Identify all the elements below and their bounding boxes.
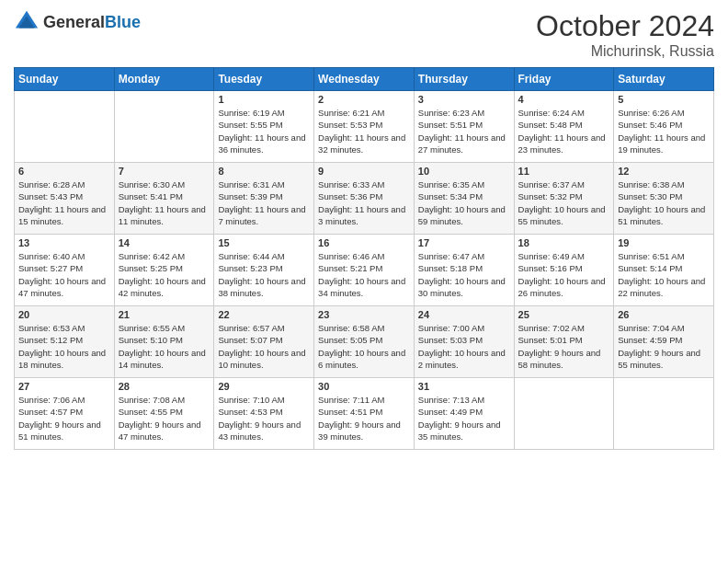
logo-text: GeneralBlue (43, 13, 141, 32)
day-info: Sunrise: 6:37 AMSunset: 5:32 PMDaylight:… (518, 178, 610, 227)
day-number: 19 (618, 237, 710, 248)
logo-icon (14, 9, 40, 35)
week-row-3: 20Sunrise: 6:53 AMSunset: 5:12 PMDayligh… (15, 306, 714, 378)
col-thursday: Thursday (414, 68, 514, 91)
cell-1-2: 8Sunrise: 6:31 AMSunset: 5:39 PMDaylight… (214, 163, 314, 235)
day-number: 18 (518, 237, 610, 248)
day-info: Sunrise: 6:44 AMSunset: 5:23 PMDaylight:… (218, 250, 310, 299)
cell-3-5: 25Sunrise: 7:02 AMSunset: 5:01 PMDayligh… (514, 306, 614, 378)
day-info: Sunrise: 6:58 AMSunset: 5:05 PMDaylight:… (318, 322, 410, 371)
day-info: Sunrise: 6:53 AMSunset: 5:12 PMDaylight:… (18, 322, 110, 371)
day-info: Sunrise: 6:21 AMSunset: 5:53 PMDaylight:… (318, 107, 410, 155)
cell-0-6: 5Sunrise: 6:26 AMSunset: 5:46 PMDaylight… (614, 91, 714, 163)
header: GeneralBlue October 2024 Michurinsk, Rus… (14, 9, 714, 60)
day-info: Sunrise: 7:11 AMSunset: 4:51 PMDaylight:… (318, 394, 410, 442)
day-number: 4 (518, 94, 610, 105)
cell-4-6 (614, 378, 714, 450)
day-number: 15 (218, 237, 310, 248)
col-sunday: Sunday (15, 68, 115, 91)
day-number: 22 (218, 309, 310, 320)
day-info: Sunrise: 7:08 AMSunset: 4:55 PMDaylight:… (119, 394, 210, 442)
day-number: 26 (618, 309, 710, 320)
cell-1-1: 7Sunrise: 6:30 AMSunset: 5:41 PMDaylight… (114, 163, 214, 235)
cell-2-1: 14Sunrise: 6:42 AMSunset: 5:25 PMDayligh… (114, 235, 214, 306)
cell-4-2: 29Sunrise: 7:10 AMSunset: 4:53 PMDayligh… (214, 378, 314, 450)
day-info: Sunrise: 6:51 AMSunset: 5:14 PMDaylight:… (618, 250, 710, 299)
day-number: 24 (418, 309, 510, 320)
day-number: 8 (218, 166, 310, 177)
calendar-header: Sunday Monday Tuesday Wednesday Thursday… (15, 68, 714, 91)
day-info: Sunrise: 6:28 AMSunset: 5:43 PMDaylight:… (18, 178, 110, 227)
cell-4-1: 28Sunrise: 7:08 AMSunset: 4:55 PMDayligh… (114, 378, 214, 450)
day-number: 31 (418, 381, 510, 392)
day-number: 25 (518, 309, 610, 320)
day-number: 11 (518, 166, 610, 177)
day-info: Sunrise: 6:26 AMSunset: 5:46 PMDaylight:… (618, 107, 710, 155)
day-info: Sunrise: 6:57 AMSunset: 5:07 PMDaylight:… (218, 322, 310, 371)
cell-4-3: 30Sunrise: 7:11 AMSunset: 4:51 PMDayligh… (314, 378, 415, 450)
col-saturday: Saturday (614, 68, 714, 91)
day-info: Sunrise: 6:46 AMSunset: 5:21 PMDaylight:… (318, 250, 410, 299)
col-monday: Monday (114, 68, 214, 91)
cell-1-5: 11Sunrise: 6:37 AMSunset: 5:32 PMDayligh… (514, 163, 614, 235)
day-info: Sunrise: 6:49 AMSunset: 5:16 PMDaylight:… (518, 250, 610, 299)
day-number: 5 (618, 94, 710, 105)
cell-0-4: 3Sunrise: 6:23 AMSunset: 5:51 PMDaylight… (414, 91, 514, 163)
day-info: Sunrise: 6:35 AMSunset: 5:34 PMDaylight:… (418, 178, 510, 227)
cell-0-3: 2Sunrise: 6:21 AMSunset: 5:53 PMDaylight… (314, 91, 415, 163)
day-info: Sunrise: 6:24 AMSunset: 5:48 PMDaylight:… (518, 107, 610, 155)
cell-3-4: 24Sunrise: 7:00 AMSunset: 5:03 PMDayligh… (414, 306, 514, 378)
cell-2-2: 15Sunrise: 6:44 AMSunset: 5:23 PMDayligh… (214, 235, 314, 306)
day-number: 12 (618, 166, 710, 177)
day-number: 14 (119, 237, 210, 248)
cell-1-0: 6Sunrise: 6:28 AMSunset: 5:43 PMDaylight… (15, 163, 115, 235)
day-number: 7 (119, 166, 210, 177)
weekday-row: Sunday Monday Tuesday Wednesday Thursday… (15, 68, 714, 91)
cell-3-2: 22Sunrise: 6:57 AMSunset: 5:07 PMDayligh… (214, 306, 314, 378)
cell-3-1: 21Sunrise: 6:55 AMSunset: 5:10 PMDayligh… (114, 306, 214, 378)
cell-3-3: 23Sunrise: 6:58 AMSunset: 5:05 PMDayligh… (314, 306, 415, 378)
day-info: Sunrise: 6:19 AMSunset: 5:55 PMDaylight:… (218, 107, 310, 155)
cell-2-5: 18Sunrise: 6:49 AMSunset: 5:16 PMDayligh… (514, 235, 614, 306)
day-number: 2 (318, 94, 410, 105)
cell-0-1 (114, 91, 214, 163)
day-info: Sunrise: 7:02 AMSunset: 5:01 PMDaylight:… (518, 322, 610, 371)
location-title: Michurinsk, Russia (536, 43, 714, 60)
day-number: 1 (218, 94, 310, 105)
day-info: Sunrise: 6:33 AMSunset: 5:36 PMDaylight:… (318, 178, 410, 227)
day-info: Sunrise: 6:30 AMSunset: 5:41 PMDaylight:… (119, 178, 210, 227)
cell-2-0: 13Sunrise: 6:40 AMSunset: 5:27 PMDayligh… (15, 235, 115, 306)
day-number: 23 (318, 309, 410, 320)
day-number: 10 (418, 166, 510, 177)
day-info: Sunrise: 6:23 AMSunset: 5:51 PMDaylight:… (418, 107, 510, 155)
cell-0-5: 4Sunrise: 6:24 AMSunset: 5:48 PMDaylight… (514, 91, 614, 163)
cell-0-0 (15, 91, 115, 163)
day-number: 28 (119, 381, 210, 392)
cell-2-3: 16Sunrise: 6:46 AMSunset: 5:21 PMDayligh… (314, 235, 415, 306)
day-number: 27 (18, 381, 110, 392)
day-number: 20 (18, 309, 110, 320)
cell-4-0: 27Sunrise: 7:06 AMSunset: 4:57 PMDayligh… (15, 378, 115, 450)
day-number: 13 (18, 237, 110, 248)
day-number: 29 (218, 381, 310, 392)
col-tuesday: Tuesday (214, 68, 314, 91)
col-wednesday: Wednesday (314, 68, 415, 91)
day-number: 21 (119, 309, 210, 320)
cell-2-4: 17Sunrise: 6:47 AMSunset: 5:18 PMDayligh… (414, 235, 514, 306)
day-info: Sunrise: 7:06 AMSunset: 4:57 PMDaylight:… (18, 394, 110, 442)
day-info: Sunrise: 7:00 AMSunset: 5:03 PMDaylight:… (418, 322, 510, 371)
day-info: Sunrise: 7:04 AMSunset: 4:59 PMDaylight:… (618, 322, 710, 371)
day-number: 3 (418, 94, 510, 105)
cell-0-2: 1Sunrise: 6:19 AMSunset: 5:55 PMDaylight… (214, 91, 314, 163)
cell-1-6: 12Sunrise: 6:38 AMSunset: 5:30 PMDayligh… (614, 163, 714, 235)
cell-4-5 (514, 378, 614, 450)
day-info: Sunrise: 7:13 AMSunset: 4:49 PMDaylight:… (418, 394, 510, 442)
week-row-1: 6Sunrise: 6:28 AMSunset: 5:43 PMDaylight… (15, 163, 714, 235)
cell-3-6: 26Sunrise: 7:04 AMSunset: 4:59 PMDayligh… (614, 306, 714, 378)
cell-1-3: 9Sunrise: 6:33 AMSunset: 5:36 PMDaylight… (314, 163, 415, 235)
day-info: Sunrise: 7:10 AMSunset: 4:53 PMDaylight:… (218, 394, 310, 442)
title-block: October 2024 Michurinsk, Russia (536, 9, 714, 60)
day-info: Sunrise: 6:55 AMSunset: 5:10 PMDaylight:… (119, 322, 210, 371)
main-container: GeneralBlue October 2024 Michurinsk, Rus… (0, 0, 728, 459)
cell-1-4: 10Sunrise: 6:35 AMSunset: 5:34 PMDayligh… (414, 163, 514, 235)
